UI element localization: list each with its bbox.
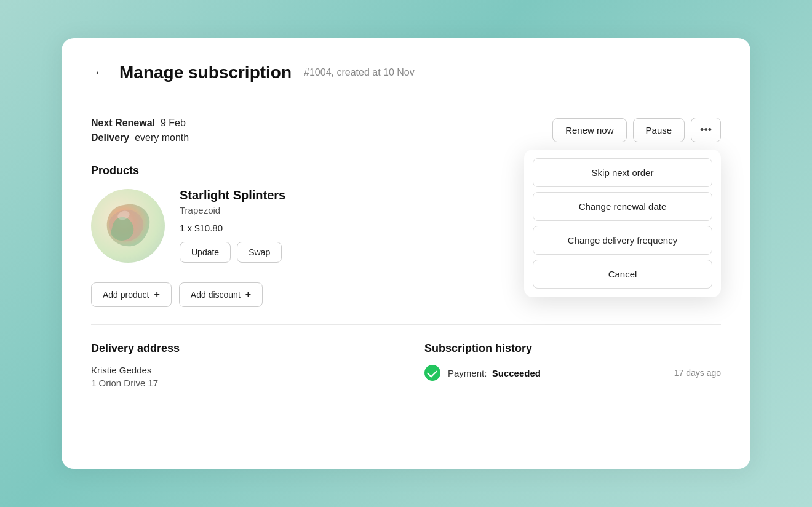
delivery-address-title: Delivery address — [91, 342, 388, 355]
history-time: 17 days ago — [674, 368, 721, 378]
delivery-row: Delivery every month — [91, 132, 189, 143]
add-product-label: Add product — [103, 290, 149, 300]
dots-icon: ••• — [700, 124, 712, 135]
delivery-frequency: every month — [135, 132, 189, 143]
subscription-history-section: Subscription history Payment: Succeeded … — [424, 342, 721, 388]
payment-success-icon — [424, 365, 440, 381]
next-renewal-label: Next Renewal — [91, 118, 155, 128]
action-buttons: Renew now Pause ••• Skip next order Chan… — [552, 118, 721, 142]
update-product-button[interactable]: Update — [180, 242, 231, 263]
add-discount-button[interactable]: Add discount + — [179, 282, 263, 307]
cancel-subscription-button[interactable]: Cancel — [533, 260, 712, 289]
more-options-button[interactable]: ••• — [691, 118, 721, 142]
add-discount-label: Add discount — [191, 290, 241, 300]
bottom-divider — [91, 324, 721, 325]
change-delivery-frequency-button[interactable]: Change delivery frequency — [533, 226, 712, 255]
delivery-address-section: Delivery address Kristie Geddes 1 Orion … — [91, 342, 388, 388]
next-renewal-date: 9 Feb — [161, 118, 186, 128]
bottom-section: Delivery address Kristie Geddes 1 Orion … — [91, 342, 721, 388]
page-title: Manage subscription — [119, 63, 292, 82]
add-product-button[interactable]: Add product + — [91, 282, 172, 307]
history-label: Payment: — [448, 368, 487, 378]
back-button[interactable]: ← — [91, 63, 109, 82]
renewal-section: Next Renewal 9 Feb Delivery every month … — [91, 118, 721, 147]
skip-next-order-button[interactable]: Skip next order — [533, 158, 712, 187]
add-product-plus-icon: + — [154, 289, 160, 300]
main-card: ← Manage subscription #1004, created at … — [62, 38, 750, 469]
product-image — [91, 189, 165, 263]
add-discount-plus-icon: + — [245, 289, 251, 300]
delivery-address-line1: 1 Orion Drive 17 — [91, 378, 388, 388]
renewal-info: Next Renewal 9 Feb Delivery every month — [91, 118, 189, 147]
change-renewal-date-button[interactable]: Change renewal date — [533, 192, 712, 221]
delivery-address-name: Kristie Geddes — [91, 365, 388, 375]
subscription-id: #1004, created at 10 Nov — [304, 67, 415, 78]
delivery-label: Delivery — [91, 132, 129, 143]
dropdown-menu: Skip next order Change renewal date Chan… — [524, 150, 721, 297]
page-header: ← Manage subscription #1004, created at … — [91, 63, 721, 82]
header-divider — [91, 100, 721, 100]
history-item: Payment: Succeeded 17 days ago — [424, 365, 721, 381]
pause-button[interactable]: Pause — [633, 118, 685, 142]
product-blob-svg — [100, 198, 156, 254]
swap-product-button[interactable]: Swap — [237, 242, 282, 263]
history-text: Payment: Succeeded — [448, 368, 667, 378]
renew-now-button[interactable]: Renew now — [552, 118, 626, 142]
subscription-history-title: Subscription history — [424, 342, 721, 355]
history-status: Succeeded — [492, 368, 541, 378]
next-renewal-row: Next Renewal 9 Feb — [91, 118, 189, 129]
